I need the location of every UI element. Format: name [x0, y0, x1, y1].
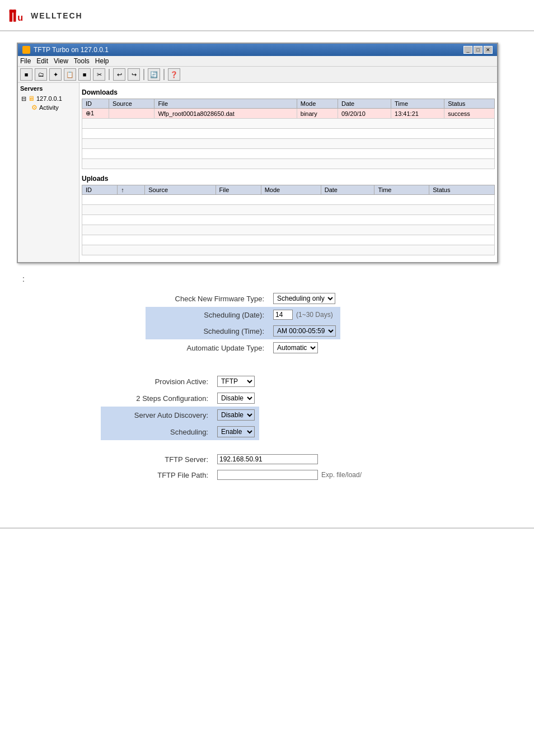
downloads-title: Downloads: [82, 88, 495, 96]
toolbar-btn-undo[interactable]: ↩: [113, 68, 125, 81]
scheduling-time-select[interactable]: AM 00:00-05:59 AM 06:00-11:59 PM 00:00-0…: [273, 325, 336, 337]
activity-icon: ⚙: [31, 104, 38, 111]
table-row-empty-3: [82, 139, 495, 149]
tftp-titlebar-left: TFTP Turbo on 127.0.0.1: [22, 46, 109, 54]
menu-help[interactable]: Help: [95, 57, 109, 65]
scheduling-date-input[interactable]: [273, 310, 293, 320]
logo: u WELLTECH: [8, 6, 526, 26]
cell-id: ⊕1: [82, 109, 109, 119]
tftp-titlebar: TFTP Turbo on 127.0.0.1 _ □ ✕: [18, 44, 497, 56]
toolbar-separator: [109, 69, 110, 80]
provision-settings-table: Provision Active: TFTP HTTP Disable 2 St…: [101, 373, 259, 440]
server-auto-discovery-select[interactable]: Disable Enable: [217, 409, 255, 421]
upload-row-empty-6: [82, 245, 495, 255]
firmware-row-3: Scheduling (Time): AM 00:00-05:59 AM 06:…: [146, 323, 340, 339]
svg-text:u: u: [17, 12, 23, 22]
tftp-server-field-1[interactable]: [213, 451, 366, 467]
server-label: 127.0.0.1: [36, 95, 62, 102]
menu-edit[interactable]: Edit: [36, 57, 48, 65]
provision-field-4[interactable]: Enable Disable: [213, 423, 259, 440]
tftp-window-controls[interactable]: _ □ ✕: [463, 46, 493, 54]
tftp-server-label-1: TFTP Server:: [101, 451, 213, 467]
col-id: ID: [82, 99, 109, 109]
upload-row-empty-3: [82, 215, 495, 225]
provision-label-3: Server Auto Discovery:: [101, 407, 213, 423]
cell-mode: binary: [297, 109, 338, 119]
server-icon: 🖥: [28, 95, 35, 102]
firmware-field-3[interactable]: AM 00:00-05:59 AM 06:00-11:59 PM 00:00-0…: [269, 323, 340, 339]
upload-col-id: ID: [82, 185, 118, 195]
minimize-button[interactable]: _: [463, 46, 472, 54]
expand-icon: ⊟: [21, 95, 26, 102]
toolbar-btn-refresh[interactable]: 🔄: [148, 68, 160, 81]
sidebar-title: Servers: [20, 85, 77, 92]
tftp-main-area: Downloads ID Source File Mode Date Time …: [79, 83, 497, 262]
date-field-container: (1~30 Days): [273, 310, 336, 320]
footer-divider: [0, 528, 534, 529]
close-button[interactable]: ✕: [484, 46, 493, 54]
col-date: Date: [338, 99, 391, 109]
page-header: u WELLTECH: [0, 0, 534, 31]
upload-row-empty-2: [82, 205, 495, 215]
auto-update-select[interactable]: Automatic Manual: [273, 342, 318, 353]
col-source: Source: [109, 99, 154, 109]
upload-col-file: File: [216, 185, 261, 195]
provision-row-4: Scheduling: Enable Disable: [101, 423, 259, 440]
provision-row-2: 2 Steps Configuration: Disable Enable: [101, 390, 259, 407]
two-steps-select[interactable]: Disable Enable: [217, 393, 255, 404]
tftp-body: Servers ⊟ 🖥 127.0.0.1 ⚙ Activity Downloa…: [18, 83, 497, 262]
activity-label: Activity: [39, 104, 59, 111]
col-status: Status: [444, 99, 495, 109]
col-mode: Mode: [297, 99, 338, 109]
menu-tools[interactable]: Tools: [74, 57, 90, 65]
main-content: TFTP Turbo on 127.0.0.1 _ □ ✕ File Edit …: [0, 31, 534, 511]
firmware-label-2: Scheduling (Date):: [146, 307, 269, 323]
toolbar-btn-4[interactable]: 📋: [64, 68, 76, 81]
cell-date: 09/20/10: [338, 109, 391, 119]
table-row: ⊕1 Wfp_root0001a8028650.dat binary 09/20…: [82, 109, 495, 119]
provision-settings-section: Provision Active: TFTP HTTP Disable 2 St…: [17, 373, 517, 440]
col-file: File: [154, 99, 297, 109]
upload-col-arrow: ↑: [118, 185, 145, 195]
tftp-server-settings-section: TFTP Server: TFTP File Path: Exp. file/l…: [17, 451, 517, 483]
provision-field-1[interactable]: TFTP HTTP Disable: [213, 373, 259, 390]
table-row-empty-2: [82, 129, 495, 139]
sidebar-item-activity[interactable]: ⚙ Activity: [20, 103, 77, 112]
firmware-label-3: Scheduling (Time):: [146, 323, 269, 339]
uploads-title: Uploads: [82, 175, 495, 183]
firmware-field-4[interactable]: Automatic Manual: [269, 339, 340, 356]
cell-time: 13:41:21: [391, 109, 444, 119]
toolbar-btn-2[interactable]: 🗂: [35, 68, 47, 81]
toolbar-btn-help[interactable]: ❓: [168, 68, 180, 81]
cell-file: Wfp_root0001a8028650.dat: [154, 109, 297, 119]
toolbar-btn-5[interactable]: ■: [78, 68, 91, 81]
provision-field-2[interactable]: Disable Enable: [213, 390, 259, 407]
uploads-table: ID ↑ Source File Mode Date Time Status: [82, 185, 495, 255]
toolbar-btn-redo[interactable]: ↪: [128, 68, 140, 81]
scheduling-select[interactable]: Enable Disable: [217, 426, 255, 437]
menu-file[interactable]: File: [20, 57, 31, 65]
provision-label-2: 2 Steps Configuration:: [101, 390, 213, 407]
toolbar-btn-3[interactable]: ✦: [49, 68, 62, 81]
upload-col-mode: Mode: [261, 185, 321, 195]
provision-active-select[interactable]: TFTP HTTP Disable: [217, 376, 255, 387]
toolbar-btn-6[interactable]: ✂: [93, 68, 105, 81]
toolbar-btn-1[interactable]: ■: [20, 68, 32, 81]
tftp-server-input[interactable]: [217, 454, 318, 464]
tftp-server-field-2[interactable]: Exp. file/load/: [213, 467, 366, 483]
upload-row-empty-4: [82, 225, 495, 235]
provision-field-3[interactable]: Disable Enable: [213, 407, 259, 423]
firmware-field-2[interactable]: (1~30 Days): [269, 307, 340, 323]
firmware-field-1[interactable]: Scheduling only Always Disable: [269, 290, 340, 307]
firmware-type-select[interactable]: Scheduling only Always Disable: [273, 293, 335, 304]
file-path-container: Exp. file/load/: [217, 470, 362, 480]
maximize-button[interactable]: □: [474, 46, 483, 54]
tftp-server-row-2: TFTP File Path: Exp. file/load/: [101, 467, 366, 483]
svg-rect-2: [10, 10, 16, 12]
tftp-server-label-2: TFTP File Path:: [101, 467, 213, 483]
sidebar-item-root[interactable]: ⊟ 🖥 127.0.0.1: [20, 94, 77, 103]
colon-separator: :: [22, 274, 517, 283]
toolbar-separator-3: [163, 69, 165, 80]
tftp-file-path-input[interactable]: [217, 470, 318, 480]
menu-view[interactable]: View: [54, 57, 68, 65]
